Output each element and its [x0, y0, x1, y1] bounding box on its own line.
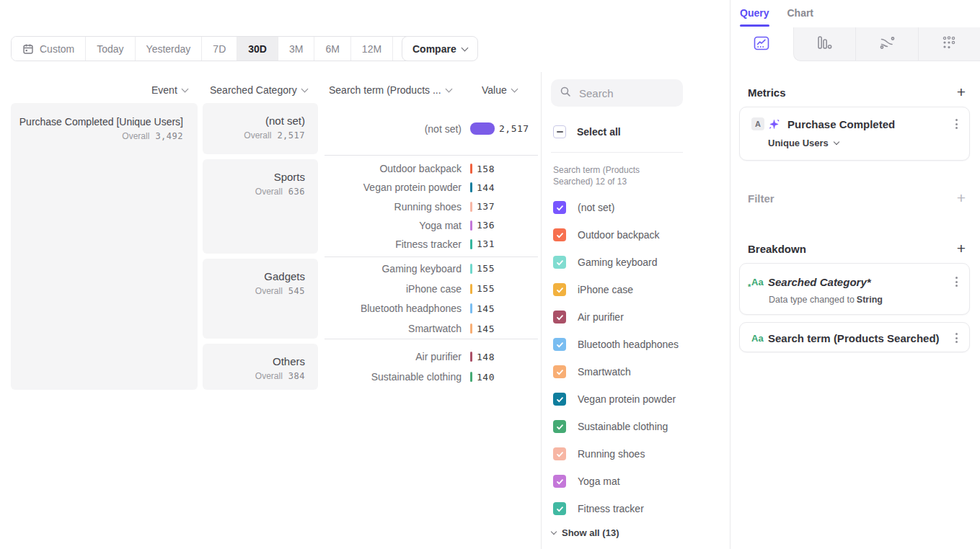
checkbox-checked[interactable]: [553, 393, 566, 406]
metric-menu-button[interactable]: [953, 116, 961, 132]
checkbox-checked[interactable]: [553, 475, 566, 488]
term-value: 155: [477, 263, 495, 274]
tab-query[interactable]: Query: [740, 7, 769, 19]
breakdown-menu-button[interactable]: [953, 330, 961, 346]
add-filter-button[interactable]: +: [957, 191, 966, 205]
select-all-checkbox-indeterminate[interactable]: [553, 125, 566, 138]
group-separator: [325, 256, 538, 257]
date-range-3m[interactable]: 3M: [278, 37, 314, 61]
add-metric-button[interactable]: +: [957, 85, 966, 99]
checkbox-checked[interactable]: [553, 283, 566, 296]
filter-item-label: iPhone case: [578, 284, 633, 295]
checkbox-checked[interactable]: [553, 420, 566, 433]
column-header-search-term[interactable]: Search term (Products ...: [329, 84, 451, 96]
date-range-30d[interactable]: 30D: [237, 37, 278, 61]
term-row[interactable]: Fitness tracker131: [325, 235, 538, 254]
check-icon: [556, 204, 564, 212]
term-label: Fitness tracker: [325, 238, 462, 250]
search-icon: [560, 86, 571, 100]
chevron-down-icon: [301, 86, 308, 93]
event-cell: Purchase Completed [Unique Users] Overal…: [11, 103, 198, 390]
term-label: Vegan protein powder: [325, 182, 462, 193]
tab-insights[interactable]: [730, 27, 793, 61]
measurement-label: Unique Users: [768, 138, 829, 148]
term-group: Gaming keyboard155iPhone case155Bluetoot…: [325, 259, 538, 339]
chevron-down-icon: [511, 86, 518, 93]
checkbox-checked[interactable]: [553, 502, 566, 515]
breakdown-card-searched-category[interactable]: Aa * Searched Category* Data type change…: [739, 263, 970, 315]
measurement-selector[interactable]: Unique Users: [768, 138, 969, 148]
value-bar: [470, 323, 472, 334]
filter-item[interactable]: Bluetooth headphones: [542, 331, 730, 358]
filter-item[interactable]: iPhone case: [542, 276, 730, 303]
tab-chart[interactable]: Chart: [787, 7, 813, 19]
checkbox-checked[interactable]: [553, 228, 566, 241]
term-label: Sustainable clothing: [325, 371, 462, 383]
term-row[interactable]: Gaming keyboard155: [325, 259, 538, 279]
search-box[interactable]: [551, 79, 683, 107]
metric-card[interactable]: A Purchase Completed Unique Users: [739, 107, 970, 161]
date-range-7d[interactable]: 7D: [201, 37, 237, 61]
filter-item[interactable]: Running shoes: [542, 440, 730, 468]
select-all-label: Select all: [577, 126, 621, 138]
term-row[interactable]: Outdoor backpack158: [325, 159, 538, 178]
filter-item[interactable]: Gaming keyboard: [542, 249, 730, 276]
filter-item[interactable]: (not set): [542, 194, 730, 221]
date-range-yesterday[interactable]: Yesterday: [135, 37, 202, 61]
select-all-row[interactable]: Select all: [553, 125, 621, 138]
breakdown-heading: Breakdown: [748, 243, 806, 255]
checkbox-checked[interactable]: [553, 256, 566, 269]
breakdown-table: Purchase Completed [Unique Users] Overal…: [0, 103, 541, 391]
term-row[interactable]: Yoga mat136: [325, 216, 538, 235]
checkbox-checked[interactable]: [553, 338, 566, 351]
tab-flows[interactable]: [855, 27, 918, 61]
date-range-today[interactable]: Today: [85, 37, 134, 61]
term-row[interactable]: Vegan protein powder144: [325, 178, 538, 197]
value-bar: [470, 220, 472, 231]
checkbox-checked[interactable]: [553, 201, 566, 214]
breakdown-menu-button[interactable]: [953, 274, 961, 290]
checkbox-checked[interactable]: [553, 447, 566, 460]
term-row[interactable]: Bluetooth headphones145: [325, 299, 538, 319]
term-row[interactable]: (not set)2,517: [325, 119, 538, 139]
chevron-down-icon: [551, 529, 557, 535]
term-row[interactable]: Running shoes137: [325, 197, 538, 215]
category-overall: Overall545: [203, 286, 305, 296]
compare-button[interactable]: Compare: [402, 36, 478, 61]
column-header-event[interactable]: Event: [151, 84, 187, 96]
checkbox-checked[interactable]: [553, 365, 566, 378]
add-breakdown-button[interactable]: +: [957, 241, 966, 256]
term-value: 145: [477, 303, 495, 314]
column-header-searched-category[interactable]: Searched Category: [210, 84, 307, 96]
filter-item[interactable]: Vegan protein powder: [542, 385, 730, 413]
show-all-link[interactable]: Show all (13): [552, 527, 619, 538]
term-label: Air purifier: [325, 351, 462, 362]
date-range-6m[interactable]: 6M: [314, 37, 350, 61]
tab-funnels[interactable]: [793, 27, 856, 61]
filter-item[interactable]: Yoga mat: [542, 468, 730, 495]
term-row[interactable]: Smartwatch145: [325, 318, 538, 339]
category-name: Sports: [203, 171, 305, 183]
check-icon: [556, 341, 564, 349]
term-row[interactable]: Air purifier148: [325, 347, 538, 367]
column-header-value[interactable]: Value: [482, 84, 517, 96]
term-row[interactable]: iPhone case155: [325, 279, 538, 299]
filter-item[interactable]: Sustainable clothing: [542, 413, 730, 440]
date-range-custom[interactable]: Custom: [12, 37, 85, 61]
term-label: iPhone case: [325, 283, 462, 295]
filter-item[interactable]: Outdoor backpack: [542, 221, 730, 249]
filter-item-label: Air purifier: [578, 311, 624, 323]
filter-item[interactable]: Air purifier: [542, 303, 730, 331]
search-input[interactable]: [578, 86, 674, 100]
filter-item[interactable]: Smartwatch: [542, 358, 730, 385]
tab-retention[interactable]: [918, 27, 980, 61]
category-cell: SportsOverall636: [203, 159, 318, 254]
date-range-12m[interactable]: 12M: [350, 37, 392, 61]
filter-item-label: Smartwatch: [578, 366, 631, 378]
term-row[interactable]: Sustainable clothing140: [325, 367, 538, 387]
term-label: Smartwatch: [325, 323, 462, 334]
filter-item[interactable]: Fitness tracker: [542, 495, 730, 522]
breakdown-card-search-term[interactable]: Aa Search term (Products Searched): [739, 322, 970, 352]
checkbox-checked[interactable]: [553, 311, 566, 323]
date-range-label: 12M: [362, 43, 381, 55]
